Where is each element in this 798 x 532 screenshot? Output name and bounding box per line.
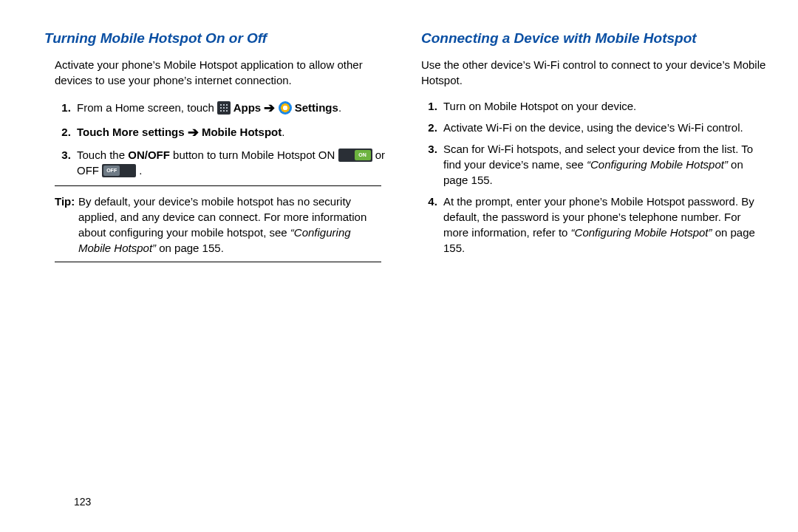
right-intro: Use the other device’s Wi-Fi control to … (421, 57, 768, 88)
tip-body-b: on page 155. (156, 242, 224, 254)
apps-icon (217, 101, 231, 115)
tip-body: By default, your device’s mobile hotspot… (78, 194, 381, 256)
settings-icon (279, 101, 292, 115)
toggle-on-icon: ON (338, 149, 372, 162)
tip-block: Tip: By default, your device’s mobile ho… (55, 194, 381, 256)
right-column: Connecting a Device with Mobile Hotspot … (421, 30, 768, 270)
step3-b: button to turn Mobile Hotspot ON (170, 149, 338, 161)
step3-a: Touch the (77, 149, 128, 161)
toggle-off-icon: OFF (102, 164, 136, 177)
left-step-3: Touch the ON/OFF button to turn Mobile H… (74, 147, 392, 178)
right-step-1: Turn on Mobile Hotspot on your device. (440, 98, 768, 114)
arrow-icon: ➔ (188, 125, 199, 140)
step1-apps-label: Apps (231, 101, 264, 114)
step3-onoff: ON/OFF (128, 149, 170, 161)
right-steps: Turn on Mobile Hotspot on your device. A… (421, 98, 768, 256)
step1-text-a: From a Home screen, touch (77, 101, 217, 114)
step2-c: Mobile Hotspot (199, 126, 282, 138)
step1-settings-label: Settings (292, 101, 338, 114)
step4-ref: “Configuring Mobile Hotspot” (571, 226, 712, 239)
page-number: 123 (74, 495, 91, 510)
left-column: Turning Mobile Hotspot On or Off Activat… (44, 30, 392, 270)
left-steps: From a Home screen, touch Apps ➔ Setting… (55, 98, 392, 178)
arrow-icon: ➔ (264, 100, 275, 115)
right-section-title: Connecting a Device with Mobile Hotspot (421, 30, 768, 48)
toggle-on-label: ON (355, 150, 371, 160)
right-step-3: Scan for Wi-Fi hotspots, and select your… (440, 141, 768, 188)
step2-a: Touch (77, 126, 112, 138)
step2-b: More settings (112, 126, 188, 138)
divider (55, 262, 381, 262)
left-section-title: Turning Mobile Hotspot On or Off (44, 30, 392, 48)
step3-ref: “Configuring Mobile Hotspot” (587, 158, 728, 171)
tip-label: Tip: (55, 195, 75, 208)
right-step-4: At the prompt, enter your phone’s Mobile… (440, 194, 768, 256)
right-step-2: Activate Wi-Fi on the device, using the … (440, 120, 768, 135)
left-step-1: From a Home screen, touch Apps ➔ Setting… (74, 98, 392, 117)
left-intro: Activate your phone’s Mobile Hotspot app… (55, 57, 392, 88)
toggle-off-label: OFF (103, 166, 120, 176)
divider (55, 185, 381, 186)
manual-page: Turning Mobile Hotspot On or Off Activat… (0, 0, 798, 270)
left-step-2: Touch More settings ➔ Mobile Hotspot. (74, 123, 392, 141)
